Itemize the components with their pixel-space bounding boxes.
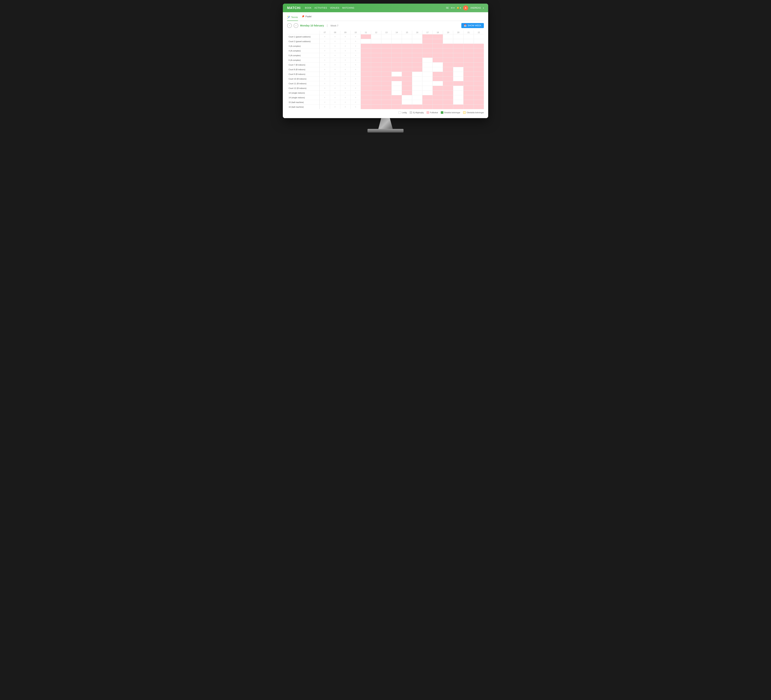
time-slot[interactable]: ✕ — [320, 62, 330, 67]
time-slot[interactable] — [453, 72, 463, 76]
time-slot[interactable]: ✕ — [340, 81, 350, 86]
time-slot[interactable]: ✕ — [330, 86, 340, 90]
time-slot[interactable] — [453, 100, 463, 104]
time-slot[interactable] — [453, 67, 463, 71]
time-slot[interactable] — [453, 39, 463, 44]
time-slot[interactable]: ✕ — [350, 72, 361, 76]
time-slot[interactable]: ✕ — [340, 76, 350, 81]
nav-venues[interactable]: VENUES — [330, 6, 339, 9]
time-slot[interactable] — [392, 34, 402, 39]
time-slot[interactable]: ✕ — [340, 39, 350, 44]
time-slot[interactable]: ✕ — [330, 62, 340, 67]
nav-matching[interactable]: MATCHING — [342, 6, 355, 9]
time-slot[interactable] — [422, 76, 433, 81]
time-slot[interactable] — [463, 34, 473, 39]
time-slot[interactable] — [473, 34, 484, 39]
time-slot[interactable]: ✕ — [350, 100, 361, 104]
time-slot[interactable]: ✕ — [320, 72, 330, 76]
time-slot[interactable]: ✕ — [340, 44, 350, 48]
time-slot[interactable] — [422, 81, 433, 86]
time-slot[interactable]: ✕ — [350, 49, 361, 53]
time-slot[interactable]: ✕ — [330, 95, 340, 100]
time-slot[interactable]: ✕ — [330, 100, 340, 104]
time-slot[interactable] — [412, 39, 422, 44]
time-slot[interactable]: ✕ — [330, 67, 340, 71]
time-slot[interactable]: ✕ — [330, 39, 340, 44]
time-slot[interactable]: ✕ — [330, 49, 340, 53]
time-slot[interactable]: ✕ — [330, 44, 340, 48]
time-slot[interactable]: ✕ — [340, 72, 350, 76]
next-day-button[interactable]: › — [294, 23, 298, 28]
time-slot[interactable]: ✕ — [340, 62, 350, 67]
time-slot[interactable] — [422, 62, 433, 67]
time-slot[interactable] — [392, 72, 402, 76]
time-slot[interactable] — [392, 91, 402, 95]
time-slot[interactable]: ✕ — [350, 95, 361, 100]
time-slot[interactable] — [422, 91, 433, 95]
time-slot[interactable] — [422, 72, 433, 76]
time-slot[interactable] — [361, 39, 371, 44]
time-slot[interactable] — [433, 67, 443, 71]
time-slot[interactable]: ✕ — [330, 81, 340, 86]
time-slot[interactable]: ✕ — [320, 95, 330, 100]
time-slot[interactable] — [463, 39, 473, 44]
time-slot[interactable] — [473, 39, 484, 44]
time-slot[interactable]: ✕ — [350, 53, 361, 58]
time-slot[interactable] — [443, 39, 453, 44]
time-slot[interactable]: ✕ — [320, 86, 330, 90]
time-slot[interactable]: ✕ — [330, 58, 340, 62]
time-slot[interactable]: ✕ — [350, 58, 361, 62]
time-slot[interactable]: ✕ — [320, 49, 330, 53]
time-slot[interactable]: ✕ — [320, 100, 330, 104]
time-slot[interactable]: ✕ — [340, 53, 350, 58]
time-slot[interactable] — [453, 76, 463, 81]
time-slot[interactable] — [412, 34, 422, 39]
time-slot[interactable] — [433, 62, 443, 67]
time-slot[interactable]: ✕ — [340, 58, 350, 62]
time-slot[interactable] — [381, 34, 392, 39]
time-slot[interactable] — [402, 34, 412, 39]
time-slot[interactable] — [453, 34, 463, 39]
user-menu[interactable]: ANDREAS — [470, 6, 481, 9]
time-slot[interactable] — [422, 86, 433, 90]
time-slot[interactable] — [412, 72, 422, 76]
time-slot[interactable]: ✕ — [350, 67, 361, 71]
time-slot[interactable]: ✕ — [330, 76, 340, 81]
time-slot[interactable] — [412, 100, 422, 104]
time-slot[interactable]: ✕ — [320, 91, 330, 95]
time-slot[interactable] — [453, 91, 463, 95]
prev-day-button[interactable]: ‹ — [287, 23, 292, 28]
time-slot[interactable]: ✕ — [350, 34, 361, 39]
time-slot[interactable]: ✕ — [350, 76, 361, 81]
time-slot[interactable]: ✕ — [340, 86, 350, 90]
time-slot[interactable] — [392, 81, 402, 86]
time-slot[interactable]: ✕ — [350, 62, 361, 67]
time-slot[interactable]: ✕ — [340, 67, 350, 71]
time-slot[interactable]: ✕ — [350, 81, 361, 86]
time-slot[interactable]: ✕ — [340, 100, 350, 104]
time-slot[interactable]: ✕ — [350, 91, 361, 95]
time-slot[interactable] — [443, 34, 453, 39]
time-slot[interactable]: ✕ — [330, 53, 340, 58]
tab-padel[interactable]: 🏓 Padel — [302, 15, 311, 19]
nav-activities[interactable]: ACTIVITIES — [314, 6, 327, 9]
time-slot[interactable] — [412, 86, 422, 90]
time-slot[interactable]: ✕ — [320, 53, 330, 58]
time-slot[interactable]: ✕ — [340, 105, 350, 109]
notifications-icon[interactable]: 🔔 ▾ — [457, 6, 461, 9]
time-slot[interactable]: ✕ — [320, 39, 330, 44]
time-slot[interactable]: ✕ — [320, 67, 330, 71]
time-slot[interactable]: ✕ — [320, 58, 330, 62]
time-slot[interactable]: ✕ — [340, 49, 350, 53]
time-slot[interactable]: ✕ — [340, 34, 350, 39]
time-slot[interactable] — [422, 67, 433, 71]
time-slot[interactable]: ✕ — [350, 44, 361, 48]
time-slot[interactable]: ✕ — [350, 86, 361, 90]
time-slot[interactable] — [381, 39, 392, 44]
time-slot[interactable] — [453, 86, 463, 90]
time-slot[interactable]: ✕ — [350, 105, 361, 109]
time-slot[interactable] — [392, 39, 402, 44]
tab-tennis[interactable]: 🎾 Tennis — [287, 15, 298, 21]
time-slot[interactable] — [402, 39, 412, 44]
show-week-button[interactable]: 📅 SHOW WEEK — [461, 23, 484, 28]
